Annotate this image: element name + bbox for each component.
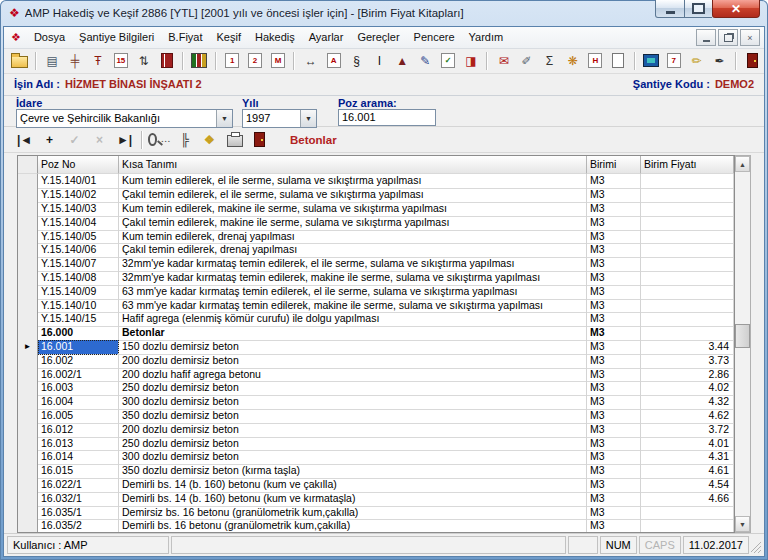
- cell-kisa-tanimi[interactable]: Kum temin edilerek, drenaj yapılması: [119, 230, 587, 245]
- cell-birimi[interactable]: M3: [587, 340, 641, 355]
- cell-poz-no[interactable]: 16.004: [38, 395, 119, 410]
- cell-birimi[interactable]: M3: [587, 312, 641, 327]
- cell-birimi[interactable]: M3: [587, 257, 641, 272]
- cell-poz-no[interactable]: Y.15.140/15: [38, 312, 119, 327]
- table-row[interactable]: Y.15.140/15Hafif agrega (elenmiş kömür c…: [18, 312, 734, 326]
- cell-birimi[interactable]: M3: [587, 326, 641, 341]
- cell-kisa-tanimi[interactable]: Betonlar: [119, 326, 587, 341]
- row-gutter[interactable]: [18, 216, 38, 231]
- table-row[interactable]: 16.003250 dozlu demirsiz betonM34.02: [18, 381, 734, 395]
- table-row[interactable]: 16.005350 dozlu demirsiz betonM34.62: [18, 409, 734, 423]
- row-gutter[interactable]: [18, 285, 38, 300]
- menu-item-3[interactable]: Keşif: [210, 29, 248, 45]
- first-record-icon[interactable]: |◄: [12, 129, 37, 151]
- cell-poz-no[interactable]: 16.012: [38, 423, 119, 438]
- red-book-icon[interactable]: [155, 49, 178, 72]
- cell-birimi[interactable]: M3: [587, 450, 641, 465]
- cell-poz-no[interactable]: Y.15.140/09: [38, 285, 119, 300]
- cell-kisa-tanimi[interactable]: 300 dozlu demirsiz beton: [119, 450, 587, 465]
- table-row[interactable]: Y.15.140/0732mm'ye kadar kırmataş temin …: [18, 257, 734, 271]
- table-row[interactable]: 16.012200 dozlu demirsiz betonM33.72: [18, 423, 734, 437]
- find-icon[interactable]: ...: [147, 129, 172, 151]
- menu-item-4[interactable]: Hakediş: [248, 29, 302, 45]
- cell-birim-fiyati[interactable]: [641, 312, 734, 327]
- cell-birim-fiyati[interactable]: 4.01: [641, 437, 734, 452]
- cell-birim-fiyati[interactable]: [641, 285, 734, 300]
- mound-icon[interactable]: ▲: [391, 49, 414, 72]
- table-row[interactable]: Y.15.140/04Çakıl temin edilerek, makine …: [18, 216, 734, 230]
- table-row[interactable]: 16.002/1200 dozlu hafif agrega betonuM32…: [18, 368, 734, 382]
- cell-birimi[interactable]: M3: [587, 243, 641, 258]
- cell-birim-fiyati[interactable]: [641, 216, 734, 231]
- idare-combobox[interactable]: Çevre ve Şehircilik Bakanlığı ▼: [16, 109, 233, 128]
- print-icon[interactable]: [222, 129, 247, 151]
- cell-birimi[interactable]: M3: [587, 409, 641, 424]
- cell-birim-fiyati[interactable]: [641, 188, 734, 203]
- table-row[interactable]: ►16.001150 dozlu demirsiz betonM33.44: [18, 340, 734, 354]
- cell-poz-no[interactable]: Y.15.140/04: [38, 216, 119, 231]
- signature-icon[interactable]: ✒: [708, 49, 731, 72]
- calendar-7-icon[interactable]: 7: [662, 49, 685, 72]
- row-gutter[interactable]: [18, 492, 38, 507]
- cell-birim-fiyati[interactable]: [641, 243, 734, 258]
- split-records-icon[interactable]: ╪: [64, 49, 87, 72]
- cell-poz-no[interactable]: 16.014: [38, 450, 119, 465]
- row-gutter[interactable]: [18, 299, 38, 314]
- poz-arama-input[interactable]: [338, 109, 436, 126]
- cell-kisa-tanimi[interactable]: 63 mm'ye kadar kırmataş temin edilerek, …: [119, 285, 587, 300]
- stamp-icon[interactable]: Ŧ: [87, 49, 110, 72]
- menu-item-6[interactable]: Gereçler: [350, 29, 406, 45]
- menu-item-8[interactable]: Yardım: [462, 29, 511, 45]
- row-gutter[interactable]: [18, 381, 38, 396]
- column-header-3[interactable]: Birimi: [587, 156, 641, 174]
- book-1-icon[interactable]: 1: [221, 49, 244, 72]
- cell-kisa-tanimi[interactable]: Kum temin edilerek, makine ile serme, su…: [119, 202, 587, 217]
- cell-birimi[interactable]: M3: [587, 423, 641, 438]
- grid-h-icon[interactable]: H: [584, 49, 607, 72]
- table-row[interactable]: 16.014300 dozlu demirsiz betonM34.31: [18, 450, 734, 464]
- cell-birimi[interactable]: M3: [587, 368, 641, 383]
- chevron-down-icon[interactable]: ▼: [216, 110, 232, 127]
- row-gutter[interactable]: [18, 202, 38, 217]
- hierarchy-icon[interactable]: ╠: [172, 129, 197, 151]
- table-row[interactable]: 16.035/1Demirsiz bs. 16 betonu (granülom…: [18, 506, 734, 520]
- vertical-scrollbar[interactable]: ▲ ▼: [735, 155, 751, 533]
- cell-birim-fiyati[interactable]: 4.02: [641, 381, 734, 396]
- green-checklist-icon[interactable]: ✓: [437, 49, 460, 72]
- text-beam-icon[interactable]: I: [368, 49, 391, 72]
- book-m-icon[interactable]: M: [267, 49, 290, 72]
- yili-combobox[interactable]: 1997 ▼: [242, 109, 317, 128]
- cell-birim-fiyati[interactable]: 4.31: [641, 450, 734, 465]
- monitor-icon[interactable]: [640, 49, 663, 72]
- cell-kisa-tanimi[interactable]: 300 dozlu demirsiz beton: [119, 395, 587, 410]
- cell-birimi[interactable]: M3: [587, 506, 641, 521]
- table-row[interactable]: 16.035/2Demirli bs. 16 betonu (granülome…: [18, 519, 734, 533]
- cell-kisa-tanimi[interactable]: Çakıl temin edilerek, drenaj yapılması: [119, 243, 587, 258]
- table-row[interactable]: Y.15.140/1063 mm'ye kadar kırmataş temin…: [18, 299, 734, 313]
- row-gutter[interactable]: [18, 243, 38, 258]
- cell-birim-fiyati[interactable]: [641, 519, 734, 533]
- maximize-button[interactable]: [685, 0, 712, 18]
- mdi-restore-button[interactable]: [718, 29, 738, 46]
- cell-kisa-tanimi[interactable]: 63 mm'ye kadar kırmataş temin edilerek, …: [119, 299, 587, 314]
- row-gutter[interactable]: [18, 478, 38, 493]
- menu-item-7[interactable]: Pencere: [407, 29, 462, 45]
- cell-birim-fiyati[interactable]: [641, 299, 734, 314]
- mdi-minimize-button[interactable]: [696, 29, 716, 46]
- header-gutter[interactable]: [18, 156, 38, 174]
- menu-item-5[interactable]: Ayarlar: [302, 29, 351, 45]
- ruler-icon[interactable]: ↔: [299, 49, 322, 72]
- cell-birim-fiyati[interactable]: [641, 506, 734, 521]
- scrollbar-thumb[interactable]: [735, 324, 750, 348]
- table-row[interactable]: 16.015350 dozlu demirsiz beton (kırma ta…: [18, 464, 734, 478]
- row-gutter[interactable]: [18, 257, 38, 272]
- mdi-close-button[interactable]: ×: [740, 29, 760, 46]
- cell-birim-fiyati[interactable]: 4.54: [641, 478, 734, 493]
- cell-birimi[interactable]: M3: [587, 285, 641, 300]
- book-2-icon[interactable]: 2: [244, 49, 267, 72]
- pencil-icon[interactable]: ✏: [685, 49, 708, 72]
- table-row[interactable]: Y.15.140/03Kum temin edilerek, makine il…: [18, 202, 734, 216]
- row-gutter[interactable]: [18, 326, 38, 341]
- cell-birimi[interactable]: M3: [587, 478, 641, 493]
- cell-birimi[interactable]: M3: [587, 519, 641, 533]
